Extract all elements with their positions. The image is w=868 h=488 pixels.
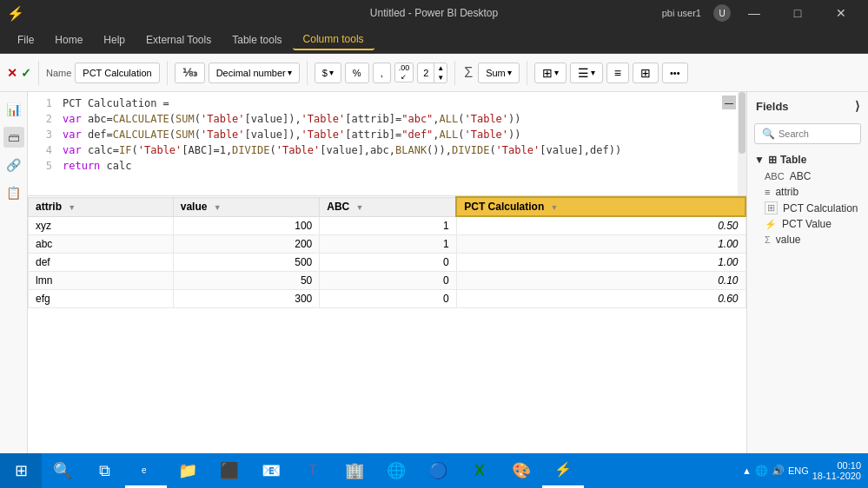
- model-view-icon[interactable]: 🔗: [3, 155, 24, 175]
- sort-button[interactable]: ≡: [606, 63, 629, 83]
- menu-table-tools[interactable]: Table tools: [222, 30, 292, 49]
- sort-rows-button[interactable]: ⊞ ▾: [534, 63, 567, 83]
- dax-editor-scrollbar[interactable]: [738, 92, 746, 195]
- cell-attrib: xyz: [29, 216, 174, 235]
- table-area[interactable]: attrib ▼ value ▼ ABC ▼ PCT Calculation ▼…: [28, 196, 746, 467]
- fields-search-input[interactable]: [779, 129, 853, 139]
- separator-4: [454, 61, 455, 85]
- decimal-format-button[interactable]: .00 ↙: [394, 63, 414, 82]
- menubar: File Home Help External Tools Table tool…: [0, 26, 868, 54]
- sort-icon: ≡: [614, 66, 621, 80]
- col-header-value[interactable]: value ▼: [173, 197, 320, 216]
- taskbar-volume-icon[interactable]: 🔊: [772, 465, 785, 477]
- cell-pct: 0.10: [456, 272, 745, 290]
- confirm-icon[interactable]: ✓: [21, 66, 31, 80]
- field-abc-label: ABC: [790, 170, 812, 182]
- attrib-icon: ≡: [765, 187, 770, 197]
- col-header-attrib[interactable]: attrib ▼: [29, 197, 174, 216]
- main-area: 📊 🗃 🔗 📋 1 PCT Calculation = 2 var abc=CA…: [0, 92, 868, 467]
- col-header-abc[interactable]: ABC ▼: [320, 197, 456, 216]
- dax-editor[interactable]: 1 PCT Calculation = 2 var abc=CALCULATE(…: [28, 92, 746, 196]
- cell-value: 300: [173, 290, 320, 308]
- data-view-icon[interactable]: 🗃: [3, 127, 24, 148]
- abc-icon: ABC: [765, 171, 785, 181]
- taskbar-edge-icon[interactable]: e: [125, 453, 167, 488]
- report-view-icon[interactable]: 📊: [3, 99, 24, 120]
- comma-button[interactable]: ,: [373, 63, 391, 83]
- menu-column-tools[interactable]: Column tools: [293, 30, 374, 50]
- fields-expand-icon[interactable]: ⟩: [855, 99, 859, 113]
- decimal-up-icon[interactable]: ▲: [434, 63, 447, 73]
- taskbar-powerbi-icon[interactable]: ⚡: [542, 453, 584, 488]
- decimal-value: 2: [418, 68, 434, 78]
- data-type-dropdown[interactable]: Decimal number ▾: [209, 63, 300, 83]
- separator-1: [38, 61, 39, 85]
- more-options-button[interactable]: •••: [662, 63, 688, 83]
- menu-file[interactable]: File: [7, 30, 44, 49]
- percent-button[interactable]: %: [345, 63, 369, 83]
- taskbar-paint-icon[interactable]: 🎨: [500, 453, 542, 488]
- maximize-button[interactable]: □: [778, 0, 818, 26]
- cell-pct: 0.50: [456, 216, 745, 235]
- sort-rows-icon: ⊞: [542, 66, 553, 80]
- comma-icon: ,: [381, 68, 383, 78]
- decimal-down-icon[interactable]: ▼: [434, 73, 447, 82]
- avatar[interactable]: U: [713, 4, 731, 22]
- field-abc[interactable]: ABC ABC: [747, 168, 868, 184]
- fields-tree: ▼ ⊞ Table ABC ABC ≡ attrib ⊞ PCT Calcula…: [747, 148, 868, 251]
- menu-help[interactable]: Help: [93, 30, 136, 49]
- fields-group-table[interactable]: ▼ ⊞ Table: [747, 151, 868, 168]
- titlebar: ⚡ Untitled - Power BI Desktop pbi user1 …: [0, 0, 868, 26]
- taskbar-ball-icon[interactable]: 🔵: [417, 453, 459, 488]
- table-icon-group: ⊞: [768, 154, 777, 166]
- field-attrib[interactable]: ≡ attrib: [747, 184, 868, 200]
- taskbar-taskview-icon[interactable]: ⧉: [83, 453, 125, 488]
- dax-line-5: 5 return calc: [28, 158, 746, 174]
- menu-external-tools[interactable]: External Tools: [136, 30, 222, 49]
- cell-abc: 0: [320, 272, 456, 290]
- taskbar-outlook-icon[interactable]: 📧: [250, 453, 292, 488]
- type-icon-btn[interactable]: ⅟₈₃: [175, 63, 205, 83]
- currency-chevron-icon: ▾: [329, 68, 334, 77]
- taskbar-explorer-icon[interactable]: 📁: [167, 453, 209, 488]
- field-value[interactable]: Σ value: [747, 232, 868, 247]
- taskbar-browser-icon[interactable]: 🌐: [375, 453, 417, 488]
- cancel-icon[interactable]: ✕: [7, 66, 17, 80]
- taskbar-right: ▲ 🌐 🔊 ENG 00:10 18-11-2020: [735, 460, 868, 481]
- table-view-button[interactable]: ⊞: [633, 63, 659, 83]
- taskbar-network-icon[interactable]: 🌐: [755, 465, 768, 477]
- currency-button[interactable]: $ ▾: [315, 63, 341, 83]
- fields-title: Fields: [756, 100, 789, 113]
- start-button[interactable]: ⊞: [0, 453, 42, 488]
- aggregation-dropdown[interactable]: Sum ▾: [478, 63, 520, 83]
- minimize-button[interactable]: —: [734, 0, 774, 26]
- menu-home[interactable]: Home: [44, 30, 93, 49]
- table-header-row: attrib ▼ value ▼ ABC ▼ PCT Calculation ▼: [29, 197, 746, 216]
- taskbar-up-icon[interactable]: ▲: [742, 465, 752, 476]
- dax-scroll-thumb: [739, 92, 745, 154]
- taskbar-cmd-icon[interactable]: ⬛: [209, 453, 250, 488]
- separator-5: [527, 61, 527, 85]
- table-row: xyz 100 1 0.50: [29, 216, 746, 235]
- dax-query-icon[interactable]: 📋: [3, 182, 24, 203]
- close-button[interactable]: ✕: [821, 0, 861, 26]
- fields-search-box[interactable]: 🔍: [754, 123, 861, 144]
- taskbar-excel-icon[interactable]: X: [459, 453, 500, 488]
- decimal-stepper[interactable]: 2 ▲ ▼: [417, 63, 447, 83]
- col-header-pct-calculation[interactable]: PCT Calculation ▼: [456, 197, 745, 216]
- cell-value: 500: [173, 254, 320, 272]
- sigma-icon: Σ: [464, 65, 473, 81]
- table-row: abc 200 1 1.00: [29, 235, 746, 254]
- taskbar-teams-icon[interactable]: T: [292, 453, 334, 488]
- name-input-btn[interactable]: PCT Calculation: [75, 63, 159, 83]
- field-pct-value[interactable]: ⚡ PCT Value: [747, 216, 868, 232]
- column-tools-button[interactable]: ☰ ▾: [570, 63, 603, 83]
- fields-group-label: Table: [780, 154, 806, 166]
- taskbar-office-icon[interactable]: 🏢: [334, 453, 375, 488]
- taskbar-search-icon[interactable]: 🔍: [42, 453, 83, 488]
- cell-pct: 0.60: [456, 290, 745, 308]
- dax-line-3: 3 var def=CALCULATE(SUM('Table'[value]),…: [28, 127, 746, 142]
- field-pct-calculation[interactable]: ⊞ PCT Calculation: [747, 200, 868, 216]
- cell-attrib: abc: [29, 235, 174, 254]
- editor-collapse-button[interactable]: —: [722, 96, 736, 109]
